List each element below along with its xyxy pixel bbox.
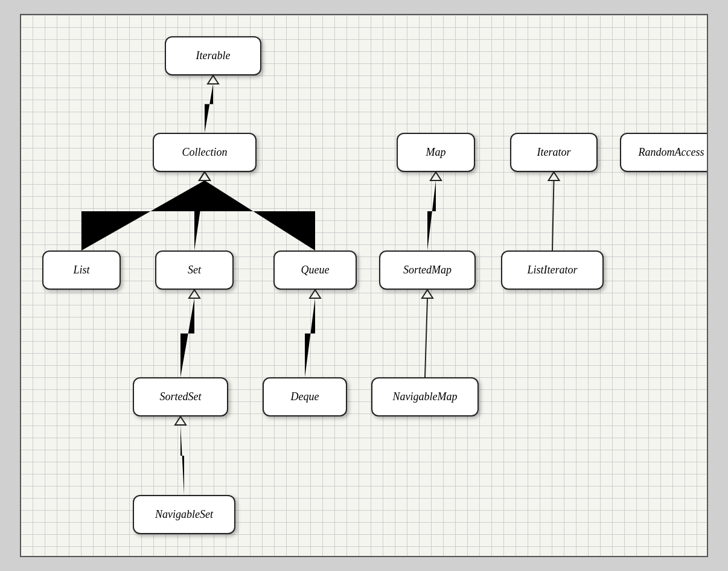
node-iterable: Iterable [165,36,261,75]
svg-marker-10 [422,290,433,298]
svg-marker-1 [199,172,210,180]
node-iterator: Iterator [510,133,598,172]
node-list: List [42,250,121,290]
node-listiterator: ListIterator [501,250,604,290]
svg-line-9 [425,298,427,377]
node-collection: Collection [153,133,257,172]
node-set: Set [155,250,234,290]
svg-marker-2 [199,172,210,180]
node-sortedset: SortedSet [133,377,228,416]
arrows-layer [21,15,707,556]
svg-marker-11 [175,416,186,425]
svg-line-5 [552,180,554,250]
node-navigableset: NavigableSet [133,495,235,534]
svg-marker-0 [208,75,219,84]
diagram-canvas: IterableCollectionListSetQueueMapIterato… [20,14,708,557]
node-randomaccess: RandomAccess [620,133,708,172]
svg-marker-3 [199,172,210,180]
node-sortedmap: SortedMap [379,250,476,290]
node-map: Map [397,133,475,172]
node-deque: Deque [263,377,347,416]
node-queue: Queue [273,250,357,290]
svg-marker-8 [310,290,321,298]
svg-marker-7 [189,290,200,298]
svg-marker-6 [549,172,560,180]
svg-marker-4 [430,172,441,180]
node-navigablemap: NavigableMap [371,377,479,416]
